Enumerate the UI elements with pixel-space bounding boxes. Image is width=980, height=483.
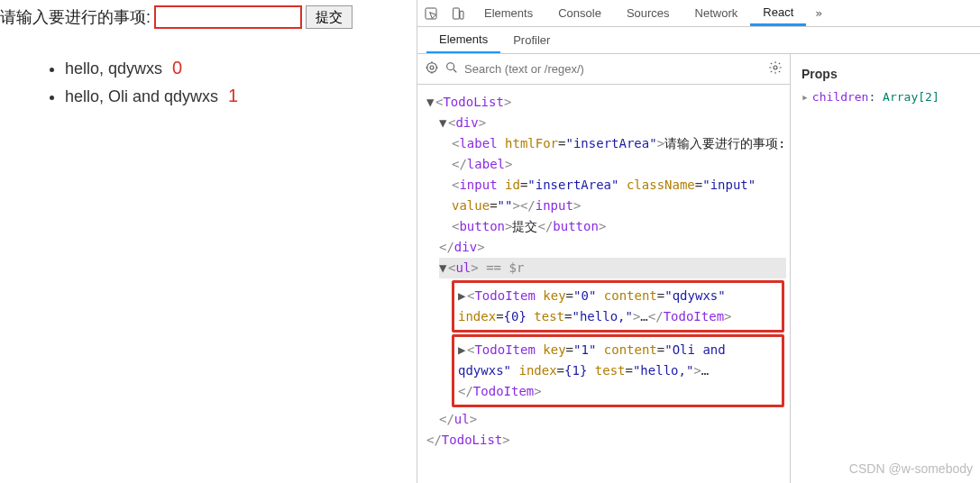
devtools-main: ▼<TodoList> ▼<div> <label htmlFor="inser… (417, 54, 980, 483)
node-todolist[interactable]: TodoList (443, 95, 503, 109)
device-toolbar-icon[interactable] (444, 6, 472, 21)
tab-console[interactable]: Console (545, 0, 614, 26)
list-item[interactable]: hello, Oli and qdywxs 1 (65, 82, 417, 110)
search-icon (444, 60, 459, 77)
node-label[interactable]: label (459, 136, 497, 150)
app-pane: 请输入要进行的事项: 提交 hello, qdywxs 0 hello, Oli… (0, 0, 417, 483)
node-div[interactable]: div (455, 115, 478, 130)
todo-input[interactable] (154, 5, 302, 29)
item-index: 0 (172, 58, 182, 77)
highlight-box-1: ▶<TodoItem key="0" content="qdywxs" inde… (452, 280, 784, 333)
tab-network[interactable]: Network (682, 0, 751, 26)
svg-rect-2 (460, 11, 463, 19)
target-icon[interactable] (425, 60, 439, 77)
item-text: hello, Oli and qdywxs (65, 87, 218, 105)
item-text: hello, qdywxs (65, 59, 162, 77)
svg-point-4 (430, 66, 434, 69)
props-panel: Props ▸children: Array[2] (791, 54, 980, 483)
node-input[interactable]: input (459, 178, 497, 192)
svg-point-6 (774, 66, 777, 69)
inspect-element-icon[interactable] (417, 6, 444, 21)
devtools-tab-bar: Elements Console Sources Network React » (417, 0, 980, 27)
svg-point-5 (447, 63, 454, 70)
svg-rect-1 (453, 8, 460, 19)
node-ul-selected[interactable]: ▼<ul> == $r (439, 258, 786, 278)
search-row (417, 54, 790, 85)
prop-children[interactable]: ▸children: Array[2] (801, 90, 969, 104)
tabs-overflow-icon[interactable]: » (806, 6, 831, 20)
component-tree-panel: ▼<TodoList> ▼<div> <label htmlFor="inser… (417, 54, 791, 483)
submit-button[interactable]: 提交 (306, 5, 353, 29)
subtab-elements[interactable]: Elements (426, 27, 500, 53)
svg-rect-0 (426, 8, 436, 19)
devtools: Elements Console Sources Network React »… (417, 0, 980, 483)
node-todoitem-0[interactable]: TodoItem (474, 288, 535, 303)
chevron-right-icon: ▸ (801, 90, 809, 104)
react-subtabs: Elements Profiler (417, 27, 980, 54)
input-label: 请输入要进行的事项: (0, 6, 151, 28)
tab-sources[interactable]: Sources (614, 0, 682, 26)
component-tree[interactable]: ▼<TodoList> ▼<div> <label htmlFor="inser… (417, 85, 790, 483)
tab-react[interactable]: React (750, 0, 806, 26)
subtab-profiler[interactable]: Profiler (500, 27, 563, 53)
input-form-row: 请输入要进行的事项: 提交 (0, 5, 417, 29)
todo-list: hello, qdywxs 0 hello, Oli and qdywxs 1 (50, 54, 417, 110)
gear-icon[interactable] (768, 60, 783, 77)
node-button[interactable]: button (459, 219, 505, 233)
item-index: 1 (228, 86, 238, 105)
highlight-box-2: ▶<TodoItem key="1" content="Oli and qdyw… (452, 334, 784, 407)
node-todoitem-1[interactable]: TodoItem (474, 342, 535, 357)
props-title: Props (801, 67, 969, 81)
svg-point-3 (427, 63, 437, 73)
watermark: CSDN @w-somebody (849, 461, 973, 476)
search-input[interactable] (464, 59, 763, 80)
tab-elements[interactable]: Elements (472, 0, 545, 26)
list-item[interactable]: hello, qdywxs 0 (65, 54, 417, 82)
